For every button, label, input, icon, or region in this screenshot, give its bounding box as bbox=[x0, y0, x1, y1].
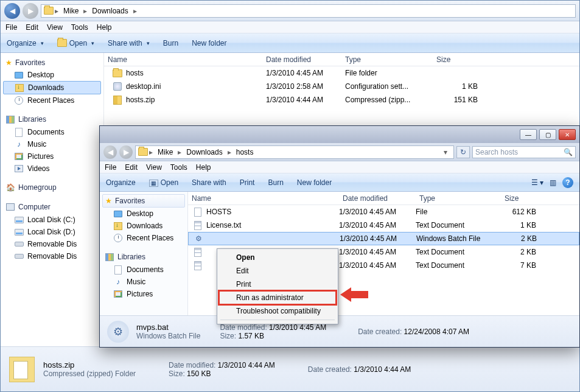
search-input[interactable]: Search hosts 🔍 bbox=[472, 146, 576, 158]
list-row[interactable]: hosts.zip1/3/2010 4:44 AMCompressed (zip… bbox=[104, 93, 579, 107]
ctx-run-as-administrator[interactable]: Run as administrator bbox=[219, 291, 336, 304]
nav-music[interactable]: Music bbox=[102, 276, 185, 288]
menu-view[interactable]: View bbox=[47, 23, 63, 32]
gear-icon: ⚙ bbox=[194, 234, 203, 243]
nav-libraries-header[interactable]: Libraries bbox=[3, 113, 101, 126]
col-type[interactable]: Type bbox=[341, 55, 433, 64]
nav-pictures[interactable]: Pictures bbox=[102, 288, 185, 300]
nav-documents[interactable]: Documents bbox=[102, 264, 185, 276]
breadcrumb-seg[interactable]: Mike bbox=[154, 147, 176, 158]
col-name[interactable]: Name bbox=[188, 194, 339, 203]
breadcrumb-seg[interactable]: Downloads bbox=[183, 147, 226, 158]
documents-icon bbox=[15, 128, 23, 137]
file-date: 1/3/2010 4:45 AM bbox=[339, 221, 416, 229]
column-headers[interactable]: Name Date modified Type Size bbox=[188, 192, 579, 205]
view-options-button[interactable]: ☰ ▾ bbox=[531, 178, 543, 187]
col-date[interactable]: Date modified bbox=[262, 55, 341, 64]
nav-removable-1[interactable]: Removable Dis bbox=[3, 238, 101, 250]
breadcrumb[interactable]: ▸ Mike ▸ Downloads ▸ bbox=[41, 4, 576, 18]
nav-removable-2[interactable]: Removable Dis bbox=[3, 250, 101, 262]
breadcrumb-seg[interactable]: Downloads bbox=[88, 5, 131, 16]
detail-size: 1.57 KB bbox=[238, 332, 264, 340]
ctx-troubleshoot-compatibility[interactable]: Troubleshoot compatibility bbox=[219, 304, 336, 318]
list-row[interactable]: hosts1/3/2010 4:45 AMFile folder bbox=[104, 66, 579, 80]
maximize-button[interactable]: ▢ bbox=[539, 129, 556, 140]
ctx-edit[interactable]: Edit bbox=[219, 264, 336, 278]
breadcrumb-seg[interactable]: hosts bbox=[232, 147, 257, 158]
videos-icon bbox=[15, 165, 23, 172]
nav-favorites-header[interactable]: ★Favorites bbox=[3, 57, 101, 69]
annotation-arrow bbox=[340, 287, 368, 302]
command-bar: Organize ▦Open Share with Print Burn New… bbox=[100, 173, 579, 192]
nav-local-disk-c[interactable]: Local Disk (C:) bbox=[3, 214, 101, 226]
ctx-separator bbox=[220, 320, 335, 320]
minimize-button[interactable]: — bbox=[520, 129, 537, 140]
list-row[interactable]: HOSTS1/3/2010 4:45 AMFile612 KB bbox=[188, 205, 579, 219]
col-size[interactable]: Size bbox=[501, 194, 543, 203]
print-button[interactable]: Print bbox=[240, 178, 255, 187]
refresh-button[interactable]: ↻ bbox=[456, 146, 470, 158]
menu-file[interactable]: File bbox=[5, 23, 17, 32]
ctx-open[interactable]: Open bbox=[219, 251, 336, 264]
file-size: 7 KB bbox=[501, 261, 543, 270]
nav-forward-button[interactable]: ▶ bbox=[119, 145, 133, 159]
nav-downloads[interactable]: Downloads bbox=[102, 220, 185, 232]
list-row[interactable]: desktop.ini1/3/2010 2:58 AMConfiguration… bbox=[104, 80, 579, 93]
close-button[interactable]: ✕ bbox=[559, 129, 576, 140]
new-folder-button[interactable]: New folder bbox=[192, 39, 226, 47]
menu-edit[interactable]: Edit bbox=[125, 163, 138, 172]
file-size: 151 KB bbox=[436, 96, 485, 104]
menu-help[interactable]: Help bbox=[196, 163, 211, 172]
menu-tools[interactable]: Tools bbox=[71, 23, 88, 32]
nav-documents[interactable]: Documents bbox=[3, 126, 101, 138]
menu-tools[interactable]: Tools bbox=[170, 163, 187, 172]
folder-icon bbox=[113, 68, 122, 78]
list-row[interactable]: ⚙1/3/2010 4:45 AMWindows Batch File2 KB bbox=[188, 232, 579, 245]
nav-pictures[interactable]: Pictures bbox=[3, 150, 101, 163]
nav-computer-header[interactable]: Computer bbox=[3, 200, 101, 214]
ctx-print[interactable]: Print bbox=[219, 278, 336, 291]
nav-music[interactable]: Music bbox=[3, 138, 101, 150]
nav-desktop[interactable]: Desktop bbox=[3, 69, 101, 81]
col-size[interactable]: Size bbox=[433, 55, 481, 64]
share-button[interactable]: Share with bbox=[192, 178, 226, 187]
list-row[interactable]: License.txt1/3/2010 4:45 AMText Document… bbox=[188, 219, 579, 232]
help-button[interactable]: ? bbox=[562, 177, 573, 188]
organize-button[interactable]: Organize bbox=[106, 178, 136, 187]
nav-desktop[interactable]: Desktop bbox=[102, 208, 185, 220]
open-button[interactable]: ▦Open bbox=[149, 178, 178, 187]
open-button[interactable]: Open bbox=[57, 38, 94, 48]
preview-pane-button[interactable]: ▥ bbox=[550, 178, 556, 187]
share-button[interactable]: Share with bbox=[108, 39, 150, 47]
nav-recent-places[interactable]: Recent Places bbox=[3, 94, 101, 107]
column-headers[interactable]: Name Date modified Type Size bbox=[104, 53, 579, 66]
nav-recent-places[interactable]: Recent Places bbox=[102, 232, 185, 244]
menu-file[interactable]: File bbox=[105, 163, 116, 172]
nav-libraries-header[interactable]: Libraries bbox=[102, 250, 185, 264]
nav-local-disk-d[interactable]: Local Disk (D:) bbox=[3, 226, 101, 238]
col-name[interactable]: Name bbox=[104, 55, 262, 64]
libraries-icon bbox=[105, 253, 114, 261]
col-type[interactable]: Type bbox=[416, 194, 501, 203]
search-placeholder: Search hosts bbox=[475, 148, 518, 156]
menu-view[interactable]: View bbox=[146, 163, 162, 172]
nav-downloads[interactable]: Downloads bbox=[3, 81, 101, 94]
nav-back-button[interactable]: ◀ bbox=[4, 3, 20, 19]
nav-forward-button[interactable]: ▶ bbox=[23, 3, 38, 19]
nav-homegroup-header[interactable]: Homegroup bbox=[3, 181, 101, 194]
breadcrumb-seg[interactable]: Mike bbox=[60, 5, 82, 16]
burn-button[interactable]: Burn bbox=[268, 178, 283, 187]
nav-videos[interactable]: Videos bbox=[3, 163, 101, 175]
new-folder-button[interactable]: New folder bbox=[297, 178, 332, 187]
menu-edit[interactable]: Edit bbox=[26, 23, 38, 32]
nav-back-button[interactable]: ◀ bbox=[103, 145, 117, 159]
col-date[interactable]: Date modified bbox=[339, 194, 416, 203]
breadcrumb[interactable]: ▸ Mike▸ Downloads▸ hosts ▾ bbox=[135, 145, 454, 159]
chevron-down-icon[interactable]: ▾ bbox=[440, 148, 451, 156]
menu-help[interactable]: Help bbox=[97, 23, 112, 32]
organize-button[interactable]: Organize bbox=[7, 39, 44, 47]
address-bar: ◀ ▶ ▸ Mike ▸ Downloads ▸ bbox=[1, 1, 579, 21]
title-bar[interactable]: — ▢ ✕ bbox=[100, 126, 579, 143]
nav-favorites-header[interactable]: ★Favorites bbox=[102, 194, 185, 208]
burn-button[interactable]: Burn bbox=[163, 39, 178, 47]
